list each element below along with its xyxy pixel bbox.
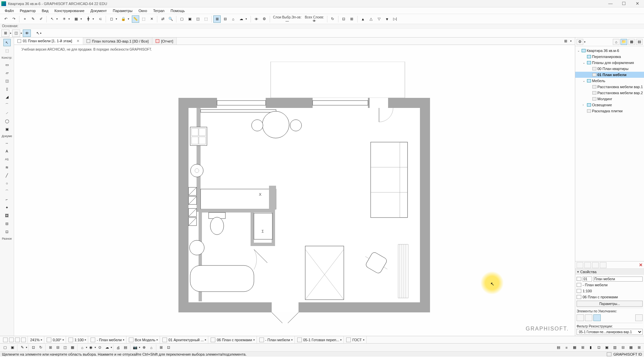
drawing-tool[interactable]: 🖼 [3, 212, 11, 219]
default-btn-3[interactable] [593, 314, 601, 321]
furn-value[interactable]: - План мебели [265, 338, 290, 342]
eye-icon[interactable]: 👁 [253, 15, 260, 23]
label-tool[interactable]: A1 [3, 156, 11, 163]
beam-tool[interactable]: ▯ [3, 85, 11, 93]
line-tool[interactable]: ╱ [3, 172, 11, 179]
gridsnap-icon[interactable]: ╋ [85, 15, 92, 23]
bt-4[interactable]: ⊡ [30, 344, 37, 351]
tree-item[interactable]: 00 План квартиры [575, 66, 644, 72]
wall-tool[interactable]: ▭ [3, 61, 11, 68]
br-8[interactable]: ▥ [611, 344, 619, 351]
suspend-icon[interactable]: ◻ [108, 15, 115, 23]
br-6[interactable]: ⊡ [595, 344, 602, 351]
morph-tool[interactable]: ◯ [3, 117, 11, 125]
menu-window[interactable]: Окно [136, 8, 150, 13]
grid-icon[interactable]: ▦ [72, 15, 80, 23]
zoom-in-icon[interactable] [15, 338, 20, 342]
tree-item[interactable]: Расстановка мебели вар.1 [575, 84, 644, 90]
arch-value[interactable]: 01 Архитектурный ... [168, 338, 204, 342]
navigator-tree[interactable]: ⌄Квартира 36 кв.м-6Перепланировка⌄Планы … [575, 46, 644, 261]
shell-tool[interactable]: ⌒ [3, 101, 11, 109]
redo-icon[interactable]: ↷ [10, 15, 17, 23]
tree-item[interactable]: Раскладка плитки [575, 108, 644, 114]
arc-tool[interactable]: ⌒ [3, 188, 11, 195]
ruler-icon[interactable]: 📏 [132, 15, 139, 23]
tree-item[interactable]: ›Освещение [575, 102, 644, 108]
menu-options[interactable]: Параметры [110, 8, 135, 13]
zoom-value[interactable]: 241% [30, 338, 40, 342]
circle-tool[interactable]: ○ [3, 180, 11, 187]
prop-btn-4[interactable] [600, 262, 606, 268]
marquee-tool[interactable]: ⬚ [3, 47, 11, 54]
bt-8[interactable]: ◫ [61, 344, 69, 351]
parameters-button[interactable]: Параметры... [577, 301, 643, 307]
nav-settings-icon[interactable]: ⚙ [577, 39, 583, 45]
tab-floorplan[interactable]: 01 План мебели [1. 1-й этаж] ✕ [14, 38, 83, 45]
tab-report[interactable]: [Отчет] [152, 38, 177, 45]
section-tool[interactable]: ⊟ [3, 220, 11, 227]
bt-11[interactable]: ◉ [87, 344, 95, 351]
slab-tool[interactable]: ▱ [3, 69, 11, 76]
box4-icon[interactable]: ⬚ [202, 15, 210, 23]
cloud-icon[interactable]: ☁ [237, 15, 245, 23]
graphisoft-id[interactable]: GRAPHISOFT ID [613, 352, 642, 356]
cancel-icon[interactable]: ✕ [148, 15, 155, 23]
bt-18[interactable]: ⌂ [148, 344, 155, 351]
gear-icon[interactable]: ⚙ [261, 15, 268, 23]
menu-help[interactable]: Помощь [168, 8, 187, 13]
br-7[interactable]: ▣ [603, 344, 610, 351]
spline-tool[interactable]: ✦ [3, 204, 11, 211]
br-9[interactable]: ⊟ [619, 344, 627, 351]
undo-icon[interactable]: ↶ [2, 15, 9, 23]
arrow-tool[interactable]: ↖ [3, 39, 11, 46]
br-5[interactable]: ▮ [587, 344, 594, 351]
prop-btn-1[interactable] [577, 262, 583, 268]
bt-7[interactable]: ⊟ [54, 344, 61, 351]
br-4[interactable]: ⊞ [579, 344, 586, 351]
zoom-scope-icon[interactable] [3, 338, 8, 342]
align2-icon[interactable]: ⊞ [348, 15, 356, 23]
snap-elem-icon[interactable]: ⊞ [213, 15, 221, 23]
bt-14[interactable]: 🖨 [114, 344, 122, 351]
br-2[interactable]: ≡ [563, 344, 570, 351]
maximize-button[interactable]: ☐ [617, 0, 631, 7]
snap-icon[interactable]: ✳ [60, 15, 68, 23]
tab-3d[interactable]: План потолка 3D-вар.1 [3D / Все] [83, 38, 152, 45]
tree-item[interactable]: Перепланировка [575, 54, 644, 60]
ready-value[interactable]: 05-1 Готовая переп... [303, 338, 339, 342]
name-field[interactable] [593, 277, 643, 282]
bt-12[interactable]: ⊙ [96, 344, 103, 351]
close-button[interactable]: ✕ [631, 0, 644, 7]
box2-icon[interactable]: ▣ [186, 15, 194, 23]
trace-icon[interactable]: ⇄ [159, 15, 166, 23]
object-tool[interactable]: ▣ [3, 125, 11, 133]
minimize-button[interactable]: — [604, 0, 617, 7]
tree-item[interactable]: ⌄Планы для оформления [575, 60, 644, 66]
mesh-tool[interactable]: ⟋ [3, 109, 11, 117]
text-tool[interactable]: A [3, 147, 11, 155]
nav-layout-icon[interactable]: ▦ [628, 39, 635, 45]
find-icon[interactable]: 🔍 [167, 15, 174, 23]
tree-item[interactable]: Молдинг [575, 96, 644, 102]
quick-btn-3[interactable]: 👁 [23, 29, 31, 37]
nav-folder-icon[interactable]: 📁 [621, 39, 627, 45]
nav-home-icon[interactable]: ⌂ [613, 39, 620, 45]
angle-value[interactable]: 0,00° [53, 338, 61, 342]
magnet-icon[interactable]: ⊂ [97, 15, 104, 23]
tree-item[interactable]: ⌄Мебель [575, 78, 644, 84]
bt-9[interactable]: ▦ [69, 344, 76, 351]
eyedropper-icon[interactable]: ⌖ [21, 15, 29, 23]
tree-item[interactable]: ⌄Квартира 36 кв.м-6 [575, 48, 644, 54]
tab-overview-icon[interactable]: ⊞ [562, 38, 569, 45]
bt-13[interactable]: ☁ [103, 344, 111, 351]
snap-guide-icon[interactable]: ⊟ [221, 15, 229, 23]
br-11[interactable]: ⊞ [635, 344, 643, 351]
br-3[interactable]: ▦ [571, 344, 578, 351]
tab-close-icon[interactable]: ✕ [76, 39, 79, 43]
home-icon[interactable]: ⌂ [229, 15, 237, 23]
bt-6[interactable]: ⊞ [47, 344, 54, 351]
prop-btn-2[interactable] [584, 262, 591, 268]
bt-2[interactable]: ▣ [9, 344, 16, 351]
down-icon[interactable]: ▽ [375, 15, 383, 23]
model-value[interactable]: Вся Модель [135, 338, 155, 342]
